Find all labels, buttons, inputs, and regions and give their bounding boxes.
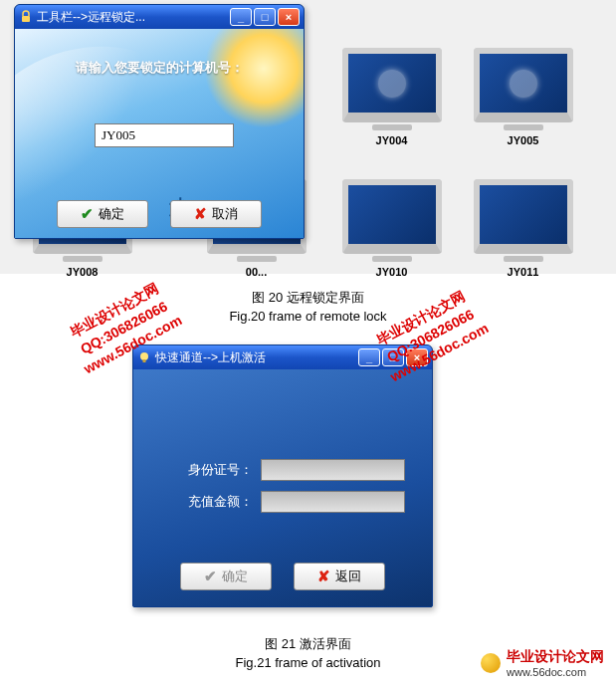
id-row: 身份证号： — [188, 459, 405, 481]
svg-rect-2 — [143, 359, 146, 362]
computer-label: 00... — [199, 266, 313, 278]
check-icon: ✔ — [81, 205, 94, 223]
computer-label: JY010 — [334, 266, 449, 278]
computer-number-input[interactable] — [95, 123, 234, 147]
cancel-label: 取消 — [212, 205, 238, 223]
close-button[interactable]: × — [406, 348, 428, 366]
titlebar[interactable]: 快速通道-->上机激活 _ □ × — [133, 345, 432, 369]
amount-row: 充值金额： — [188, 491, 405, 513]
button-row: ✔ 确定 ✘ 取消 — [15, 200, 304, 228]
computer-label: JY004 — [334, 134, 449, 146]
amount-input[interactable] — [261, 491, 405, 513]
footer-brand: 毕业设计论文网 www.56doc.com — [481, 648, 604, 678]
cancel-button[interactable]: ✘ 取消 — [170, 200, 262, 228]
window-controls: _ □ × — [230, 8, 300, 26]
remote-lock-figure: JY004 JY005 JY008 00... JY010 JY011 — [0, 0, 616, 274]
computer-icon-jy010[interactable]: JY010 — [334, 179, 449, 278]
bulb-icon — [137, 350, 151, 364]
window-controls: _ □ × — [358, 348, 428, 366]
back-button[interactable]: ✘ 返回 — [294, 563, 385, 590]
ok-label: 确定 — [222, 568, 248, 585]
titlebar[interactable]: 工具栏-->远程锁定... _ □ × — [15, 5, 304, 29]
computer-label: JY008 — [25, 266, 139, 278]
check-icon: ✔ — [204, 568, 217, 585]
id-input[interactable] — [261, 459, 405, 481]
computer-icon-jy004[interactable]: JY004 — [334, 48, 449, 146]
ok-label: 确定 — [99, 205, 124, 223]
minimize-button[interactable]: _ — [230, 8, 252, 26]
remote-lock-dialog: 工具栏-->远程锁定... _ □ × ❄ 请输入您要锁定的计算机号： ✔ 确定… — [14, 4, 305, 239]
prompt-label: 请输入您要锁定的计算机号： — [15, 59, 304, 77]
ok-button[interactable]: ✔ 确定 — [180, 563, 272, 590]
x-icon: ✘ — [194, 205, 207, 223]
ok-button[interactable]: ✔ 确定 — [57, 200, 148, 228]
maximize-button[interactable]: □ — [382, 348, 404, 366]
maximize-button[interactable]: □ — [254, 8, 276, 26]
minimize-button[interactable]: _ — [358, 348, 380, 366]
dialog-body: ❄ 请输入您要锁定的计算机号： ✔ 确定 ✘ 取消 — [15, 29, 304, 238]
computer-icon-jy011[interactable]: JY011 — [466, 179, 580, 278]
id-label: 身份证号： — [188, 461, 253, 479]
button-row: ✔ 确定 ✘ 返回 — [133, 563, 432, 590]
svg-rect-0 — [22, 16, 30, 22]
window-title: 工具栏-->远程锁定... — [37, 9, 145, 26]
svg-point-1 — [140, 352, 148, 360]
amount-label: 充值金额： — [188, 493, 253, 511]
monitor-icon — [474, 48, 573, 122]
computer-label: JY011 — [466, 266, 580, 278]
globe-icon — [481, 653, 501, 673]
brand-url: www.56doc.com — [507, 666, 604, 678]
decorative-sun — [204, 29, 304, 128]
x-icon: ✘ — [317, 568, 330, 585]
lock-icon — [19, 10, 33, 24]
brand-name: 毕业设计论文网 — [507, 648, 604, 666]
monitor-icon — [474, 179, 573, 254]
figure20-caption-en: Fig.20 frame of remote lock — [0, 309, 616, 324]
monitor-icon — [342, 179, 442, 254]
figure20-caption-cn: 图 20 远程锁定界面 — [0, 289, 616, 307]
window-title: 快速通道-->上机激活 — [155, 349, 266, 366]
activation-dialog: 快速通道-->上机激活 _ □ × 身份证号： 充值金额： ✔ 确定 ✘ 返回 — [132, 344, 433, 607]
close-button[interactable]: × — [278, 8, 300, 26]
back-label: 返回 — [335, 568, 361, 585]
monitor-icon — [342, 48, 442, 122]
computer-label: JY005 — [466, 134, 580, 146]
computer-icon-jy005[interactable]: JY005 — [466, 48, 580, 146]
dialog-body: 身份证号： 充值金额： ✔ 确定 ✘ 返回 — [133, 369, 432, 606]
